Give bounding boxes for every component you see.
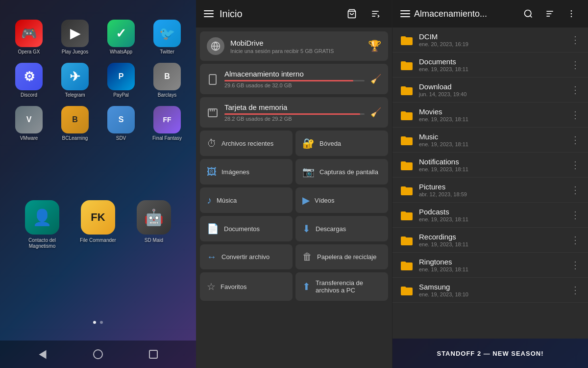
images-item[interactable]: 🖼 Imágenes — [200, 159, 293, 184]
app-discord[interactable]: ⚙ Discord — [10, 63, 48, 98]
sort-button[interactable] — [367, 5, 384, 23]
storage-search-button[interactable] — [519, 5, 537, 23]
paypal-icon: P — [107, 63, 135, 90]
folder-name: Pictures — [419, 183, 564, 191]
folder-date: ene. 19, 2023, 18:11 — [419, 166, 564, 172]
videos-item[interactable]: ▶ Vídeos — [295, 187, 388, 213]
folder-item[interactable]: Podcasts ene. 19, 2023, 18:11 ⋮ — [392, 203, 588, 228]
folder-name: DCIM — [419, 32, 564, 41]
storage-menu-button[interactable] — [400, 10, 410, 17]
app-contact[interactable]: 👤 Contacto del Magnetismo — [25, 200, 59, 249]
folder-item[interactable]: Movies ene. 19, 2023, 18:11 ⋮ — [392, 103, 588, 128]
app-sdmaid[interactable]: 🤖 SD Maid — [137, 200, 171, 249]
folder-item[interactable]: Samsung ene. 19, 2023, 18:10 ⋮ — [392, 278, 588, 303]
app-barclays[interactable]: B Barclays — [148, 63, 186, 98]
fc-home-title: Inicio — [220, 8, 337, 20]
folder-more-button[interactable]: ⋮ — [570, 109, 580, 121]
documents-item[interactable]: 📄 Documentos — [200, 216, 293, 241]
app-whatsapp[interactable]: ✓ WhatsApp — [102, 20, 140, 55]
menu-button[interactable] — [204, 10, 214, 17]
folder-more-button[interactable]: ⋮ — [570, 284, 580, 296]
recent-files-item[interactable]: ⏱ Archivos recientes — [200, 131, 293, 156]
downloads-label: Descargas — [316, 225, 346, 233]
shop-button[interactable] — [343, 5, 361, 23]
transfer-item[interactable]: ⬆ Transferencia de archivos a PC — [295, 272, 388, 301]
trash-item[interactable]: 🗑 Papelera de reciclaje — [295, 244, 388, 269]
folder-info: Podcasts ene. 19, 2023, 18:11 — [419, 208, 564, 222]
app-vmware[interactable]: V VMware — [10, 106, 48, 141]
storage-panel: Almacenamiento... — [392, 0, 588, 368]
folder-icon — [400, 233, 413, 247]
whatsapp-icon: ✓ — [107, 20, 135, 47]
downloads-item[interactable]: ⬇ Descargas — [295, 216, 388, 241]
downloads-icon: ⬇ — [302, 223, 311, 235]
folder-date: ene. 19, 2023, 18:11 — [419, 116, 564, 122]
folder-more-button[interactable]: ⋮ — [570, 259, 580, 271]
folder-more-button[interactable]: ⋮ — [570, 159, 580, 171]
app-bcl-label: BCLearning — [62, 135, 88, 141]
folder-more-button[interactable]: ⋮ — [570, 84, 580, 96]
home-button[interactable] — [89, 345, 107, 363]
favorites-label: Favoritos — [220, 283, 246, 290]
folder-date: ene. 19, 2023, 18:11 — [419, 216, 564, 222]
vault-item[interactable]: 🔐 Bóveda — [295, 131, 388, 156]
folder-item[interactable]: Documents ene. 19, 2023, 18:11 ⋮ — [392, 53, 588, 78]
internal-storage-usage: 29.6 GB usados de 32.0 GB — [224, 82, 365, 88]
storage-sort-button[interactable] — [541, 5, 559, 23]
folder-more-button[interactable]: ⋮ — [570, 184, 580, 196]
folder-more-button[interactable]: ⋮ — [570, 209, 580, 221]
storage-more-button[interactable] — [563, 5, 580, 23]
app-whatsapp-label: WhatsApp — [110, 49, 132, 55]
mobidrive-card[interactable]: MobiDrive Inicie una sesión para recibir… — [200, 31, 388, 61]
folder-item[interactable]: Ringtones ene. 19, 2023, 18:11 ⋮ — [392, 253, 588, 278]
folder-more-button[interactable]: ⋮ — [570, 34, 580, 46]
app-finalfantasy[interactable]: FF Final Fantasy — [148, 106, 186, 141]
internal-storage-card[interactable]: Almacenamiento interno 29.6 GB usados de… — [200, 64, 388, 94]
folder-info: Movies ene. 19, 2023, 18:11 — [419, 107, 564, 122]
folder-icon — [400, 83, 413, 97]
recents-button[interactable] — [145, 345, 162, 363]
home-icon — [93, 349, 103, 359]
app-telegram[interactable]: ✈ Telegram — [56, 63, 94, 98]
barclays-icon: B — [153, 63, 181, 90]
app-bcl[interactable]: B BCLearning — [56, 106, 94, 141]
trash-icon: 🗑 — [302, 251, 312, 263]
screenshots-item[interactable]: 📷 Capturas de pantalla — [295, 159, 388, 184]
convert-item[interactable]: ↔ Convertir archivo — [200, 244, 293, 269]
folder-item[interactable]: DCIM ene. 20, 2023, 16:19 ⋮ — [392, 27, 588, 53]
folder-item[interactable]: Recordings ene. 19, 2023, 18:11 ⋮ — [392, 228, 588, 253]
folder-item[interactable]: Pictures abr. 12, 2023, 18:59 ⋮ — [392, 178, 588, 203]
folder-date: ene. 20, 2023, 16:19 — [419, 41, 564, 47]
folder-name: Ringtones — [419, 258, 564, 266]
folder-item[interactable]: Music ene. 19, 2023, 18:11 ⋮ — [392, 128, 588, 153]
favorites-item[interactable]: ☆ Favoritos — [200, 272, 293, 301]
memory-card[interactable]: Tarjeta de memoria 28.2 GB usados de 29.… — [200, 97, 388, 128]
folder-more-button[interactable]: ⋮ — [570, 234, 580, 246]
app-play-games[interactable]: ▶ Play Juegos — [56, 20, 94, 55]
back-button[interactable] — [34, 345, 51, 363]
transfer-label: Transferencia de archivos a PC — [316, 279, 381, 294]
play-games-icon: ▶ — [61, 20, 89, 47]
folder-icon — [400, 183, 413, 197]
discord-icon: ⚙ — [15, 63, 43, 90]
folder-item[interactable]: Notifications ene. 19, 2023, 18:11 ⋮ — [392, 153, 588, 178]
app-twitter-label: Twitter — [160, 49, 174, 55]
folder-name: Movies — [419, 107, 564, 116]
folder-date: ene. 19, 2023, 18:11 — [419, 141, 564, 147]
app-twitter[interactable]: 🐦 Twitter — [148, 20, 186, 55]
folder-more-button[interactable]: ⋮ — [570, 59, 580, 71]
folder-info: Music ene. 19, 2023, 18:11 — [419, 132, 564, 147]
storage-hamburger-icon — [400, 16, 410, 17]
folder-name: Podcasts — [419, 208, 564, 216]
app-sdv[interactable]: S SDV — [102, 106, 140, 141]
app-file-commander[interactable]: FK File Commander — [80, 200, 116, 249]
music-item[interactable]: ♪ Música — [200, 187, 293, 213]
folder-date: ene. 19, 2023, 18:11 — [419, 266, 564, 272]
ad-banner[interactable]: STANDOFF 2 — NEW SEASON! — [392, 339, 588, 368]
hamburger-icon — [204, 10, 214, 11]
app-paypal[interactable]: P PayPal — [102, 63, 140, 98]
folder-item[interactable]: Download jun. 14, 2023, 19:40 ⋮ — [392, 78, 588, 103]
app-opera[interactable]: 🎮 Opera GX — [10, 20, 48, 55]
folder-more-button[interactable]: ⋮ — [570, 134, 580, 146]
screenshots-label: Capturas de pantalla — [319, 168, 378, 176]
